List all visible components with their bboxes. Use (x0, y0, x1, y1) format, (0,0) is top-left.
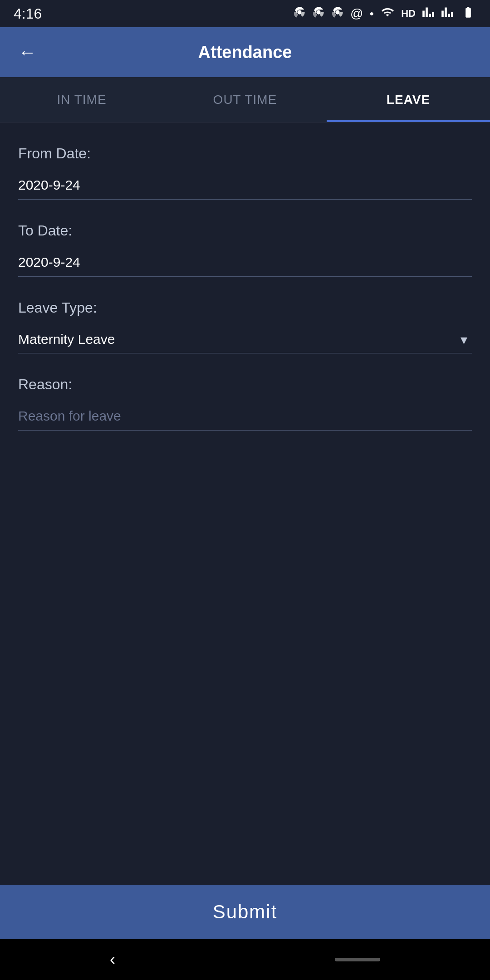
back-arrow-icon: ← (18, 42, 36, 63)
chrome-icon-3 (331, 6, 344, 21)
status-bar: 4:16 @ ● HD (0, 0, 490, 27)
submit-button[interactable]: Submit (0, 885, 490, 939)
reason-input[interactable] (18, 402, 472, 431)
battery-icon (460, 6, 476, 21)
nav-back-button[interactable]: ‹ (110, 950, 115, 969)
signal-icon-1 (422, 6, 435, 21)
to-date-group: To Date: (18, 222, 472, 277)
tab-in-time[interactable]: IN TIME (0, 77, 163, 122)
back-button[interactable]: ← (14, 39, 41, 66)
tab-bar: IN TIME OUT TIME LEAVE (0, 77, 490, 122)
reason-label: Reason: (18, 376, 472, 393)
chrome-icon-1 (293, 6, 306, 21)
reason-group: Reason: (18, 376, 472, 431)
to-date-input[interactable] (18, 248, 472, 277)
submit-bar: Submit (0, 885, 490, 939)
to-date-label: To Date: (18, 222, 472, 239)
leave-type-label: Leave Type: (18, 299, 472, 316)
nav-home-indicator[interactable] (335, 958, 380, 961)
leave-type-select[interactable]: Maternity Leave Sick Leave Casual Leave … (18, 325, 472, 353)
dot-icon: ● (370, 10, 374, 18)
header-title: Attendance (41, 43, 449, 62)
leave-type-select-wrapper: Maternity Leave Sick Leave Casual Leave … (18, 325, 472, 353)
leave-type-group: Leave Type: Maternity Leave Sick Leave C… (18, 299, 472, 353)
from-date-label: From Date: (18, 145, 472, 162)
wifi-icon (380, 6, 395, 21)
signal-icon-2 (441, 6, 454, 21)
tab-out-time[interactable]: OUT TIME (163, 77, 327, 122)
tab-leave[interactable]: LEAVE (327, 77, 490, 122)
status-time: 4:16 (14, 5, 42, 22)
from-date-group: From Date: (18, 145, 472, 200)
header: ← Attendance (0, 27, 490, 77)
chrome-icon-2 (312, 6, 325, 21)
from-date-input[interactable] (18, 171, 472, 200)
status-icons: @ ● HD (293, 6, 476, 21)
content-area: From Date: To Date: Leave Type: Maternit… (0, 122, 490, 885)
at-icon: @ (350, 6, 363, 21)
nav-bar: ‹ (0, 939, 490, 980)
hd-icon: HD (401, 8, 416, 20)
